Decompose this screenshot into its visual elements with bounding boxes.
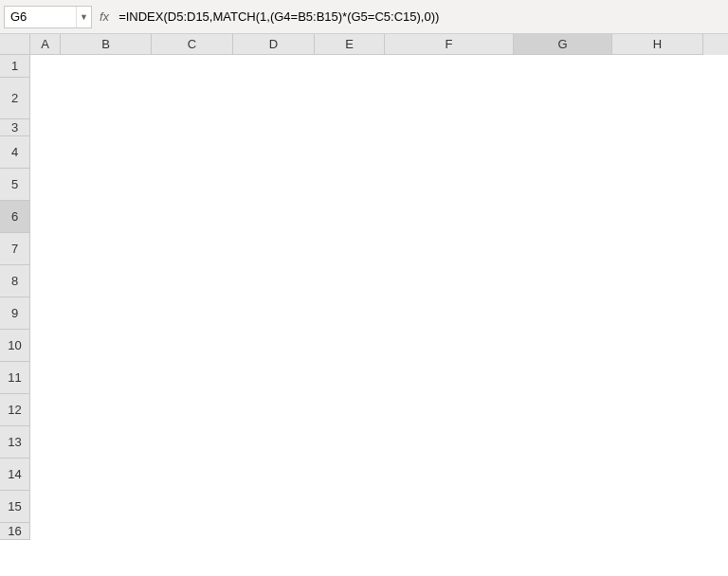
grid: ABCDEFGH 12345678910111213141516 INDEX-M… (0, 34, 728, 540)
col-header-A[interactable]: A (30, 34, 61, 55)
formula-bar[interactable] (115, 8, 719, 26)
col-header-C[interactable]: C (152, 34, 233, 55)
row-header-14[interactable]: 14 (0, 459, 30, 491)
row-header-15[interactable]: 15 (0, 491, 30, 523)
col-header-E[interactable]: E (315, 34, 385, 55)
name-box[interactable] (5, 9, 76, 24)
row-header-10[interactable]: 10 (0, 330, 30, 362)
col-header-B[interactable]: B (61, 34, 152, 55)
row-header-3[interactable]: 3 (0, 119, 30, 136)
name-box-dropdown[interactable]: ▼ (76, 7, 91, 27)
toolbar: ▼ fx (0, 0, 728, 34)
row-header-16[interactable]: 16 (0, 523, 30, 540)
row-header-6[interactable]: 6 (0, 201, 30, 233)
column-headers: ABCDEFGH (0, 34, 728, 55)
col-header-F[interactable]: F (385, 34, 514, 55)
row-header-1[interactable]: 1 (0, 55, 30, 78)
row-header-4[interactable]: 4 (0, 136, 30, 169)
row-header-11[interactable]: 11 (0, 362, 30, 394)
col-header-D[interactable]: D (233, 34, 315, 55)
formula-area: fx (100, 8, 728, 26)
row-header-13[interactable]: 13 (0, 426, 30, 459)
row-header-9[interactable]: 9 (0, 297, 30, 330)
row-header-8[interactable]: 8 (0, 265, 30, 297)
row-header-7[interactable]: 7 (0, 233, 30, 265)
col-header-H[interactable]: H (612, 34, 703, 55)
row-header-5[interactable]: 5 (0, 169, 30, 201)
select-all-corner[interactable] (0, 34, 30, 55)
col-header-G[interactable]: G (514, 34, 612, 55)
name-box-wrap: ▼ (4, 6, 92, 28)
row-header-2[interactable]: 2 (0, 78, 30, 119)
row-header-12[interactable]: 12 (0, 394, 30, 426)
fx-icon[interactable]: fx (100, 9, 109, 24)
